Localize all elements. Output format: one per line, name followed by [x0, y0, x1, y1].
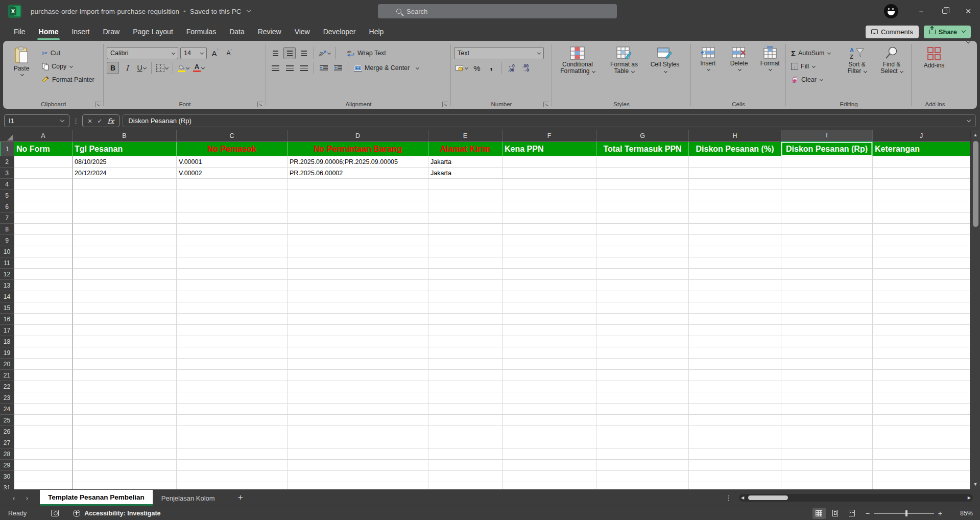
cell-F15[interactable]	[503, 302, 596, 314]
cell-A2[interactable]	[14, 156, 73, 168]
cell-J30[interactable]	[873, 471, 970, 482]
cell-E1[interactable]: Alamat Kirim	[428, 142, 503, 156]
cell-J5[interactable]	[873, 190, 970, 201]
cell-B11[interactable]	[73, 257, 177, 269]
row-header-18[interactable]: 18	[0, 336, 14, 347]
cell-E31[interactable]	[428, 482, 503, 489]
cell-J31[interactable]	[873, 482, 970, 489]
cell-F12[interactable]	[503, 269, 596, 280]
cell-A13[interactable]	[14, 280, 73, 291]
cell-E7[interactable]	[428, 212, 503, 224]
cell-D24[interactable]	[288, 404, 428, 415]
cell-J26[interactable]	[873, 426, 970, 437]
column-header-B[interactable]: B	[73, 130, 177, 142]
cell-F3[interactable]	[503, 168, 596, 179]
cell-H20[interactable]	[689, 359, 781, 370]
cell-E28[interactable]	[428, 448, 503, 460]
cell-C26[interactable]	[177, 426, 288, 437]
page-break-view-button[interactable]	[845, 508, 858, 519]
column-header-I[interactable]: I	[781, 130, 873, 142]
cell-F9[interactable]	[503, 235, 596, 246]
cell-G25[interactable]	[596, 415, 689, 426]
saved-status[interactable]: Saved to this PC	[190, 8, 242, 15]
cell-C18[interactable]	[177, 336, 288, 347]
cell-D25[interactable]	[288, 415, 428, 426]
cell-I11[interactable]	[781, 257, 873, 269]
row-header-16[interactable]: 16	[0, 314, 14, 325]
cell-C29[interactable]	[177, 460, 288, 471]
row-header-25[interactable]: 25	[0, 415, 14, 426]
borders-button[interactable]	[155, 62, 169, 74]
cell-E13[interactable]	[428, 280, 503, 291]
cell-B29[interactable]	[73, 460, 177, 471]
cell-A7[interactable]	[14, 212, 73, 224]
cell-E27[interactable]	[428, 437, 503, 448]
cell-C12[interactable]	[177, 269, 288, 280]
cell-F28[interactable]	[503, 448, 596, 460]
cell-E29[interactable]	[428, 460, 503, 471]
cell-B2[interactable]: 08/10/2025	[73, 156, 177, 168]
cell-F16[interactable]	[503, 314, 596, 325]
cell-G17[interactable]	[596, 325, 689, 336]
cell-E2[interactable]: Jakarta	[428, 156, 503, 168]
menu-tab-page-layout[interactable]: Page Layout	[126, 22, 180, 41]
cell-D20[interactable]	[288, 359, 428, 370]
cell-E15[interactable]	[428, 302, 503, 314]
cell-H16[interactable]	[689, 314, 781, 325]
row-header-24[interactable]: 24	[0, 404, 14, 415]
cell-D8[interactable]	[288, 224, 428, 235]
restore-button[interactable]	[933, 0, 957, 22]
cell-F20[interactable]	[503, 359, 596, 370]
decrease-decimal-button[interactable]: .00→0	[519, 62, 532, 74]
cell-E22[interactable]	[428, 381, 503, 392]
cell-E26[interactable]	[428, 426, 503, 437]
cell-C17[interactable]	[177, 325, 288, 336]
cell-D26[interactable]	[288, 426, 428, 437]
cell-E30[interactable]	[428, 471, 503, 482]
align-left-button[interactable]	[269, 62, 281, 74]
cell-F25[interactable]	[503, 415, 596, 426]
cell-B17[interactable]	[73, 325, 177, 336]
cell-A27[interactable]	[14, 437, 73, 448]
cell-J18[interactable]	[873, 336, 970, 347]
cell-A19[interactable]	[14, 347, 73, 359]
cell-C25[interactable]	[177, 415, 288, 426]
cell-B25[interactable]	[73, 415, 177, 426]
scroll-down-icon[interactable]: ▼	[973, 479, 978, 489]
cell-E23[interactable]	[428, 392, 503, 404]
scroll-up-icon[interactable]: ▲	[973, 130, 978, 140]
row-header-19[interactable]: 19	[0, 347, 14, 359]
cell-C13[interactable]	[177, 280, 288, 291]
cell-B8[interactable]	[73, 224, 177, 235]
cell-F29[interactable]	[503, 460, 596, 471]
row-header-31[interactable]: 31	[0, 482, 14, 489]
cell-A4[interactable]	[14, 179, 73, 190]
cell-G12[interactable]	[596, 269, 689, 280]
cell-C5[interactable]	[177, 190, 288, 201]
cell-I23[interactable]	[781, 392, 873, 404]
cell-J21[interactable]	[873, 370, 970, 381]
cell-G26[interactable]	[596, 426, 689, 437]
name-box[interactable]: I1	[4, 114, 69, 127]
cell-D19[interactable]	[288, 347, 428, 359]
cell-F27[interactable]	[503, 437, 596, 448]
cell-H22[interactable]	[689, 381, 781, 392]
cell-F4[interactable]	[503, 179, 596, 190]
cell-F23[interactable]	[503, 392, 596, 404]
row-header-12[interactable]: 12	[0, 269, 14, 280]
cell-C30[interactable]	[177, 471, 288, 482]
underline-button[interactable]: U	[135, 62, 148, 74]
cell-H30[interactable]	[689, 471, 781, 482]
horizontal-scroll-thumb[interactable]	[748, 495, 788, 500]
scroll-left-icon[interactable]: ◀	[741, 495, 746, 500]
cell-I24[interactable]	[781, 404, 873, 415]
cell-F13[interactable]	[503, 280, 596, 291]
row-header-15[interactable]: 15	[0, 302, 14, 314]
cell-F2[interactable]	[503, 156, 596, 168]
cell-F1[interactable]: Kena PPN	[503, 142, 596, 156]
cell-A20[interactable]	[14, 359, 73, 370]
vertical-scroll-thumb[interactable]	[973, 141, 978, 227]
cell-F22[interactable]	[503, 381, 596, 392]
cell-C4[interactable]	[177, 179, 288, 190]
sheet-nav-left-icon[interactable]: ‹	[7, 493, 20, 502]
